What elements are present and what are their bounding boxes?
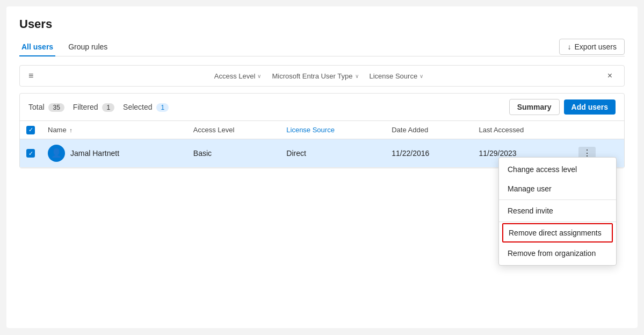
page-container: Users All users Group rules ↓ Export use… xyxy=(6,6,638,328)
row-access-level: Basic xyxy=(187,139,280,167)
summary-button[interactable]: Summary xyxy=(509,99,560,115)
filtered-badge: 1 xyxy=(102,103,114,112)
total-badge: 35 xyxy=(48,103,64,112)
access-level-chevron-icon: ∨ xyxy=(257,73,261,79)
table-section: Total 35 Filtered 1 Selected 1 Summary A… xyxy=(19,93,625,168)
tabs: All users Group rules xyxy=(19,38,120,56)
row-date-added: 11/22/2016 xyxy=(385,139,472,167)
selected-badge: 1 xyxy=(156,103,169,112)
row-license-source: Direct xyxy=(280,139,385,167)
user-name: Jamal Hartnett xyxy=(70,149,119,158)
context-menu-divider-1 xyxy=(499,199,616,200)
context-menu: Change access level Manage user Resend i… xyxy=(498,157,617,266)
export-users-label: Export users xyxy=(574,42,617,51)
col-access-level: Access Level xyxy=(187,121,280,139)
entra-user-type-chevron-icon: ∨ xyxy=(355,73,359,79)
filtered-label: Filtered 1 xyxy=(73,103,114,112)
filter-icon[interactable]: ≡ xyxy=(28,71,33,81)
license-source-label: License Source xyxy=(370,72,418,80)
row-name-cell: 👤 Jamal Hartnett xyxy=(41,139,187,167)
context-menu-item-resend-invite[interactable]: Resend invite xyxy=(499,201,616,220)
selected-label: Selected 1 xyxy=(123,103,169,112)
col-name: Name ↑ xyxy=(41,121,187,139)
avatar: 👤 xyxy=(48,145,65,162)
table-stats: Total 35 Filtered 1 Selected 1 xyxy=(28,103,169,112)
row-checkbox[interactable]: ✓ xyxy=(26,149,35,158)
col-last-accessed: Last Accessed xyxy=(472,121,572,139)
entra-user-type-dropdown[interactable]: Microsoft Entra User Type ∨ xyxy=(272,72,358,80)
access-level-dropdown[interactable]: Access Level ∨ xyxy=(214,72,262,80)
context-menu-item-remove-org[interactable]: Remove from organization xyxy=(499,244,616,263)
context-menu-divider-2 xyxy=(499,222,616,222)
avatar-icon: 👤 xyxy=(51,148,62,158)
table-header-row: ✓ Name ↑ Access Level License Source Dat… xyxy=(20,121,624,139)
tabs-row: All users Group rules ↓ Export users xyxy=(19,38,625,56)
license-source-chevron-icon: ∨ xyxy=(419,73,423,79)
tab-all-users[interactable]: All users xyxy=(19,38,55,56)
header-checkbox-col: ✓ xyxy=(20,121,41,139)
filter-bar: ≡ Access Level ∨ Microsoft Entra User Ty… xyxy=(19,65,625,87)
export-users-button[interactable]: ↓ Export users xyxy=(559,39,625,55)
header-checkbox[interactable]: ✓ xyxy=(26,126,35,134)
license-source-dropdown[interactable]: License Source ∨ xyxy=(370,72,424,80)
table-actions: Summary Add users xyxy=(509,99,616,115)
row-checkmark-icon: ✓ xyxy=(28,151,33,156)
access-level-label: Access Level xyxy=(214,72,256,80)
export-down-arrow-icon: ↓ xyxy=(567,42,571,51)
filter-close-button[interactable]: × xyxy=(604,70,616,82)
sort-up-icon: ↑ xyxy=(69,127,73,133)
entra-user-type-label: Microsoft Entra User Type xyxy=(272,72,352,80)
table-header-bar: Total 35 Filtered 1 Selected 1 Summary A… xyxy=(20,94,624,121)
row-checkbox-col: ✓ xyxy=(20,139,41,167)
col-actions xyxy=(572,121,624,139)
col-license-source: License Source xyxy=(280,121,385,139)
context-menu-item-manage-user[interactable]: Manage user xyxy=(499,179,616,198)
total-label: Total 35 xyxy=(28,103,64,112)
name-cell-inner: 👤 Jamal Hartnett xyxy=(48,145,180,162)
col-date-added: Date Added xyxy=(385,121,472,139)
filter-dropdowns: Access Level ∨ Microsoft Entra User Type… xyxy=(214,72,423,80)
context-menu-item-remove-direct[interactable]: Remove direct assignments xyxy=(502,223,613,243)
page-title: Users xyxy=(19,17,625,31)
add-users-button[interactable]: Add users xyxy=(564,99,616,115)
header-checkmark-icon: ✓ xyxy=(28,127,33,133)
tab-group-rules[interactable]: Group rules xyxy=(66,38,110,56)
context-menu-item-change-access[interactable]: Change access level xyxy=(499,160,616,179)
